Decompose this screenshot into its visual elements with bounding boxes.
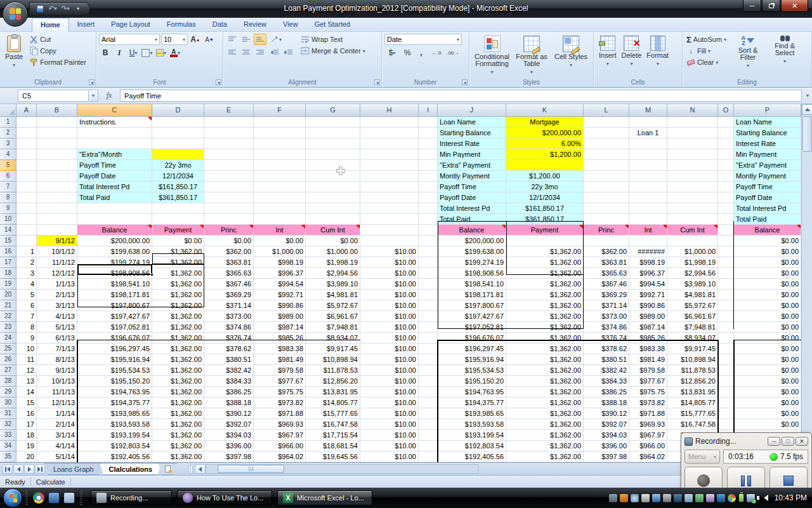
- cell-I23[interactable]: [419, 322, 438, 333]
- tray-icon[interactable]: [706, 494, 714, 502]
- recorder-minimize-button[interactable]: ─: [768, 437, 780, 446]
- name-box-dropdown[interactable]: ▾: [89, 90, 98, 102]
- cell-N7[interactable]: [667, 182, 718, 192]
- cell-D9[interactable]: [152, 203, 204, 214]
- cell-C15[interactable]: $200,000.00: [77, 236, 152, 246]
- cell-L2[interactable]: [584, 128, 629, 138]
- cell-N17[interactable]: $1,998.19: [667, 257, 718, 268]
- office-button[interactable]: [3, 1, 28, 27]
- conditional-formatting-button[interactable]: Conditional Formatting▾: [472, 34, 512, 77]
- column-header-h[interactable]: H: [360, 104, 419, 117]
- cell-F33[interactable]: $967.97: [254, 430, 306, 441]
- cell-J7[interactable]: Payoff Time: [438, 182, 506, 192]
- increase-decimal-button[interactable]: ←.0: [429, 47, 444, 58]
- cell-O23[interactable]: [718, 322, 734, 333]
- cell-B21[interactable]: 3/1/13: [37, 300, 77, 311]
- cell-L29[interactable]: $386.25: [584, 387, 629, 398]
- cell-C4[interactable]: "Extra"/Month: [77, 149, 152, 160]
- tab-review[interactable]: Review: [235, 18, 275, 32]
- cell-H5[interactable]: [360, 160, 419, 171]
- cell-A26[interactable]: 11: [16, 354, 37, 365]
- cell-P31[interactable]: $0.00: [734, 408, 801, 419]
- cell-K4[interactable]: $1,200.00: [506, 149, 584, 160]
- cell-D22[interactable]: $1,362.00: [152, 311, 204, 322]
- cell-L35[interactable]: $397.98: [584, 451, 629, 462]
- cell-F31[interactable]: $971.88: [254, 408, 306, 419]
- cell-N16[interactable]: $1,000.00: [667, 246, 718, 257]
- cell-G3[interactable]: [306, 138, 360, 149]
- cell-B24[interactable]: 6/1/13: [37, 333, 77, 344]
- row-header-2[interactable]: 2: [0, 128, 16, 138]
- cell-A15[interactable]: [16, 236, 37, 246]
- cell-N28[interactable]: $12,856.20: [667, 376, 718, 387]
- cell-M34[interactable]: $966.00: [629, 441, 667, 451]
- prev-sheet-button[interactable]: [13, 464, 23, 474]
- row-header-30[interactable]: 30: [0, 398, 16, 408]
- cell-D32[interactable]: $1,362.00: [152, 419, 204, 430]
- cell-F26[interactable]: $981.49: [254, 354, 306, 365]
- cell-L4[interactable]: [584, 149, 629, 160]
- accounting-format-button[interactable]: $▾: [384, 47, 400, 58]
- cell-L28[interactable]: $384.33: [584, 376, 629, 387]
- cell-H10[interactable]: [360, 214, 419, 225]
- find-select-button[interactable]: Find & Select▾: [768, 34, 801, 71]
- cell-G35[interactable]: $19,645.56: [306, 451, 360, 462]
- cell-J15[interactable]: $200,000.00: [438, 236, 506, 246]
- font-family-select[interactable]: Arial▾: [99, 34, 160, 45]
- cell-A30[interactable]: 15: [16, 398, 37, 408]
- column-header-l[interactable]: L: [584, 104, 629, 117]
- cell-G26[interactable]: $10,898.94: [306, 354, 360, 365]
- cell-I20[interactable]: [419, 290, 438, 300]
- cell-I29[interactable]: [419, 387, 438, 398]
- column-header-o[interactable]: O: [718, 104, 734, 117]
- cell-P8[interactable]: Payoff Date: [734, 192, 801, 203]
- cell-E19[interactable]: $367.46: [204, 279, 254, 290]
- cell-E34[interactable]: $396.00: [204, 441, 254, 451]
- cell-D7[interactable]: $161,850.17: [152, 182, 204, 192]
- cell-J28[interactable]: $195,150.20: [438, 376, 506, 387]
- paste-button[interactable]: Paste▾: [3, 34, 25, 70]
- first-sheet-button[interactable]: [3, 464, 13, 474]
- cell-C2[interactable]: [77, 128, 152, 138]
- row-header-25[interactable]: 25: [0, 344, 16, 354]
- cell-G23[interactable]: $7,948.81: [306, 322, 360, 333]
- cell-N8[interactable]: [667, 192, 718, 203]
- cell-E25[interactable]: $378.62: [204, 344, 254, 354]
- vertical-scrollbar[interactable]: [801, 104, 812, 462]
- fill-button[interactable]: ↓Fill▾: [685, 45, 728, 57]
- cell-H28[interactable]: $10.00: [360, 376, 419, 387]
- cell-P17[interactable]: $0.00: [734, 257, 801, 268]
- cell-O26[interactable]: [718, 354, 734, 365]
- cell-P24[interactable]: $0.00: [734, 333, 801, 344]
- cell-D15[interactable]: $0.00: [152, 236, 204, 246]
- percent-style-button[interactable]: %: [401, 47, 414, 58]
- cell-F8[interactable]: [254, 192, 306, 203]
- volume-icon[interactable]: [764, 495, 768, 501]
- quick-launch-desktop-icon[interactable]: [48, 492, 60, 504]
- align-bottom-button[interactable]: [254, 34, 266, 45]
- cell-B28[interactable]: 10/1/13: [37, 376, 77, 387]
- cell-D4[interactable]: [152, 149, 204, 160]
- cell-P14[interactable]: Balance: [734, 225, 801, 236]
- cell-L30[interactable]: $388.18: [584, 398, 629, 408]
- cell-B2[interactable]: [37, 128, 77, 138]
- delete-cells-button[interactable]: ✕ Delete▾: [619, 34, 645, 69]
- cell-D1[interactable]: [152, 117, 204, 128]
- cell-P20[interactable]: $0.00: [734, 290, 801, 300]
- column-header-b[interactable]: B: [37, 104, 77, 117]
- cell-P26[interactable]: $0.00: [734, 354, 801, 365]
- cell-I24[interactable]: [419, 333, 438, 344]
- cell-O19[interactable]: [718, 279, 734, 290]
- column-header-m[interactable]: M: [629, 104, 667, 117]
- font-size-select[interactable]: 10▾: [161, 34, 188, 45]
- cell-D30[interactable]: $1,362.00: [152, 398, 204, 408]
- cell-G31[interactable]: $15,777.65: [306, 408, 360, 419]
- scroll-up-button[interactable]: [802, 104, 812, 115]
- row-header-18[interactable]: 18: [0, 268, 16, 279]
- align-middle-button[interactable]: [240, 34, 252, 45]
- cell-P15[interactable]: $0.00: [734, 236, 801, 246]
- cell-H6[interactable]: [360, 171, 419, 182]
- cell-E27[interactable]: $382.42: [204, 365, 254, 376]
- cell-L24[interactable]: $376.74: [584, 333, 629, 344]
- cell-J1[interactable]: Loan Name: [438, 117, 506, 128]
